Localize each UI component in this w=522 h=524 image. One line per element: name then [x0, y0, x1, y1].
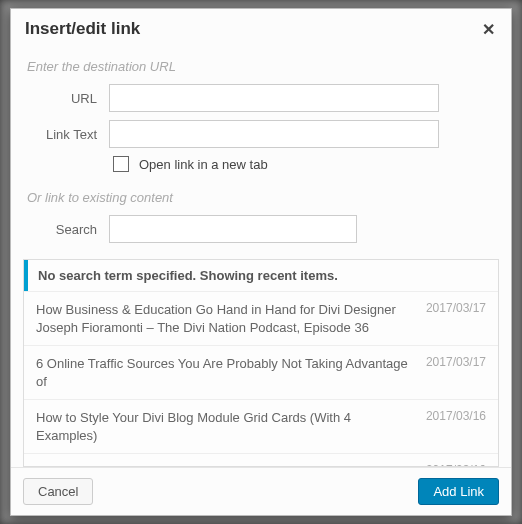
result-item[interactable]: How to Style Your Divi Blog Module Grid …: [24, 399, 498, 453]
results-list[interactable]: No search term specified. Showing recent…: [23, 259, 499, 467]
close-button[interactable]: ✕: [479, 20, 497, 38]
search-label: Search: [23, 222, 109, 237]
result-date: 2017/03/17: [426, 355, 486, 390]
enter-url-hint: Enter the destination URL: [27, 59, 495, 74]
new-tab-row: Open link in a new tab: [109, 156, 499, 172]
result-date: 2017/03/16: [426, 409, 486, 444]
link-text-label: Link Text: [23, 127, 109, 142]
modal-title: Insert/edit link: [25, 19, 140, 39]
url-input[interactable]: [109, 84, 439, 112]
results-hint: No search term specified. Showing recent…: [24, 260, 498, 291]
link-text-row: Link Text: [23, 120, 499, 148]
link-text-input[interactable]: [109, 120, 439, 148]
new-tab-label: Open link in a new tab: [139, 157, 268, 172]
result-item[interactable]: How Business & Education Go Hand in Hand…: [24, 291, 498, 345]
result-title: 6 Online Traffic Sources You Are Probabl…: [36, 355, 414, 390]
result-item[interactable]: How to Add Like and Dislike Functionalit…: [24, 453, 498, 467]
close-icon: ✕: [482, 20, 495, 39]
cancel-button[interactable]: Cancel: [23, 478, 93, 505]
url-row: URL: [23, 84, 499, 112]
insert-link-modal: Insert/edit link ✕ Enter the destination…: [10, 8, 512, 516]
url-label: URL: [23, 91, 109, 106]
result-item[interactable]: 6 Online Traffic Sources You Are Probabl…: [24, 345, 498, 399]
new-tab-checkbox[interactable]: [113, 156, 129, 172]
result-title: How to Style Your Divi Blog Module Grid …: [36, 409, 414, 444]
modal-body: Enter the destination URL URL Link Text …: [11, 49, 511, 467]
modal-header: Insert/edit link ✕: [11, 9, 511, 49]
result-date: 2017/03/17: [426, 301, 486, 336]
result-title: How Business & Education Go Hand in Hand…: [36, 301, 414, 336]
search-row: Search: [23, 215, 499, 243]
modal-footer: Cancel Add Link: [11, 467, 511, 515]
or-existing-hint: Or link to existing content: [27, 190, 495, 205]
add-link-button[interactable]: Add Link: [418, 478, 499, 505]
search-input[interactable]: [109, 215, 357, 243]
